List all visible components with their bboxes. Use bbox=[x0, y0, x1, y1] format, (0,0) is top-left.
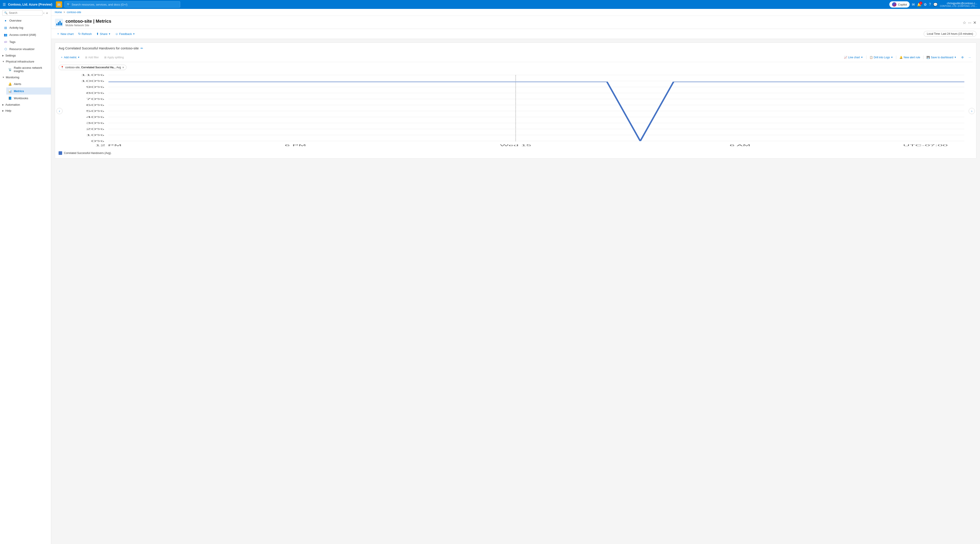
sidebar-collapse-button[interactable]: « bbox=[45, 10, 49, 16]
sidebar-group-help[interactable]: ▶ Help bbox=[0, 108, 51, 114]
sidebar-back-button[interactable]: ‹ bbox=[43, 10, 45, 16]
svg-text:Wed 15: Wed 15 bbox=[500, 144, 531, 147]
sidebar-item-resource-visualizer[interactable]: ⬡ Resource visualizer bbox=[0, 45, 51, 52]
sidebar-item-overview[interactable]: ● Overview bbox=[0, 17, 51, 24]
favorite-button[interactable]: ☆ bbox=[963, 20, 966, 25]
svg-rect-3 bbox=[59, 21, 60, 25]
time-range-button[interactable]: Local Time: Last 24 hours (15 minutes) bbox=[924, 31, 977, 37]
page-icon bbox=[55, 19, 63, 27]
page-header: contoso-site | Metrics Mobile Network Si… bbox=[51, 16, 980, 29]
hamburger-menu[interactable]: ☰ bbox=[3, 2, 6, 7]
toolbar-separator-2 bbox=[896, 56, 896, 59]
top-navigation: ☰ Contoso, Ltd. Azure (Preview) 🏢 🔍 Copi… bbox=[0, 0, 980, 9]
help-icon[interactable]: ? bbox=[929, 2, 931, 6]
close-button[interactable]: ✕ bbox=[973, 20, 977, 25]
sidebar-item-metrics[interactable]: 📊 Metrics bbox=[6, 87, 51, 95]
svg-text:70%: 70% bbox=[86, 98, 104, 100]
feedback-button[interactable]: ☺ Feedback ▼ bbox=[113, 31, 137, 37]
sidebar-item-label-alerts: Alerts bbox=[14, 82, 21, 86]
chart-svg-container: ‹ › bbox=[59, 73, 973, 149]
chart-toolbar: ＋ Add metric ▼ ⊞ Add filter ⊠ Apply spli… bbox=[59, 53, 973, 62]
copilot-button[interactable]: Copilot bbox=[889, 2, 909, 8]
metrics-icon: 📊 bbox=[8, 89, 12, 93]
user-name: chrisqpublic@contoso.c... bbox=[947, 2, 977, 5]
tags-icon: 🏷 bbox=[3, 40, 8, 44]
sidebar-item-access-control[interactable]: 👥 Access control (IAM) bbox=[0, 31, 51, 38]
sidebar-group-automation[interactable]: ▶ Automation bbox=[0, 102, 51, 108]
save-to-dashboard-button[interactable]: 💾 Save to dashboard ▼ bbox=[925, 55, 958, 60]
svg-text:0%: 0% bbox=[91, 140, 104, 143]
feedback-icon-toolbar: ☺ bbox=[115, 32, 118, 36]
global-search-input[interactable] bbox=[72, 3, 178, 6]
user-info[interactable]: chrisqpublic@contoso.c... CONTOSO, LTD. … bbox=[940, 2, 977, 7]
apply-splitting-button[interactable]: ⊠ Apply splitting bbox=[102, 55, 126, 60]
sidebar-item-label-iam: Access control (IAM) bbox=[10, 33, 36, 36]
metric-tag-remove-button[interactable]: × bbox=[122, 66, 124, 69]
logs-icon: 📋 bbox=[870, 56, 873, 59]
global-search-bar[interactable]: 🔍 bbox=[64, 2, 180, 8]
access-control-icon: 👥 bbox=[3, 33, 8, 37]
monitoring-subitems: 🔔 Alerts 📊 Metrics 📘 Workbooks bbox=[0, 80, 51, 102]
svg-text:110%: 110% bbox=[81, 74, 104, 76]
sidebar-group-physical[interactable]: ▼ Physical infrastructure bbox=[0, 59, 51, 65]
settings-chevron-icon: ▶ bbox=[2, 54, 4, 57]
feedback-icon[interactable]: 💬 bbox=[933, 2, 938, 7]
chart-settings-button[interactable]: ⚙ bbox=[959, 55, 966, 60]
save-dropdown-icon: ▼ bbox=[954, 56, 956, 59]
alert-rule-icon: 🔔 bbox=[899, 56, 903, 59]
sidebar-item-label-workbooks: Workbooks bbox=[14, 97, 28, 100]
svg-text:6 PM: 6 PM bbox=[285, 144, 306, 147]
sidebar-group-label-physical: Physical infrastructure bbox=[6, 60, 34, 63]
sidebar-search-input[interactable] bbox=[9, 11, 41, 14]
sidebar-item-tags[interactable]: 🏷 Tags bbox=[0, 38, 51, 45]
chart-legend: Correlated Successful Handovers (Avg). bbox=[59, 151, 973, 155]
save-icon: 💾 bbox=[926, 56, 930, 59]
svg-text:40%: 40% bbox=[86, 116, 104, 118]
sidebar-item-radio-access[interactable]: 📡 Radio access network insights bbox=[6, 65, 51, 74]
svg-rect-2 bbox=[58, 22, 59, 25]
chart-nav-left-button[interactable]: ‹ bbox=[56, 108, 63, 114]
line-chart-button[interactable]: 📈 Line chart ▼ bbox=[842, 55, 865, 60]
svg-text:30%: 30% bbox=[86, 122, 104, 124]
chart-more-button[interactable]: ··· bbox=[967, 55, 973, 60]
sidebar-search-row: 🔍 ‹ « bbox=[0, 9, 51, 17]
svg-rect-4 bbox=[61, 23, 62, 25]
svg-rect-1 bbox=[56, 24, 57, 25]
add-metric-button[interactable]: ＋ Add metric ▼ bbox=[59, 54, 81, 60]
mail-icon[interactable]: ✉ bbox=[912, 2, 915, 7]
share-button[interactable]: ⬆ Share ▼ bbox=[94, 31, 113, 37]
svg-text:10%: 10% bbox=[86, 134, 104, 136]
toolbar: ＋ New chart ↻ Refresh ⬆ Share ▼ ☺ Feedba… bbox=[51, 29, 980, 39]
breadcrumb-current[interactable]: contoso-site bbox=[67, 11, 81, 14]
drill-into-logs-button[interactable]: 📋 Drill into Logs ▼ bbox=[868, 55, 895, 60]
sidebar-group-monitoring[interactable]: ▼ Monitoring bbox=[0, 74, 51, 80]
logs-dropdown-icon: ▼ bbox=[891, 56, 893, 59]
breadcrumb-home[interactable]: Home bbox=[55, 11, 62, 14]
page-title-block: contoso-site | Metrics Mobile Network Si… bbox=[65, 19, 960, 27]
add-filter-button[interactable]: ⊞ Add filter bbox=[83, 55, 100, 60]
new-chart-button[interactable]: ＋ New chart bbox=[55, 31, 75, 37]
sidebar-item-label-overview: Overview bbox=[10, 19, 21, 22]
chart-nav-right-button[interactable]: › bbox=[969, 108, 975, 114]
copilot-logo-icon bbox=[892, 2, 896, 7]
new-alert-rule-button[interactable]: 🔔 New alert rule bbox=[897, 55, 922, 60]
settings-icon[interactable]: ⚙ bbox=[924, 2, 927, 7]
sidebar: 🔍 ‹ « ● Overview ▤ Activity log 👥 Access… bbox=[0, 9, 51, 544]
sidebar-item-label-metrics: Metrics bbox=[14, 89, 24, 93]
sidebar-item-label-tags: Tags bbox=[10, 40, 15, 44]
sidebar-item-alerts[interactable]: 🔔 Alerts bbox=[6, 80, 51, 87]
resource-visualizer-icon: ⬡ bbox=[3, 47, 8, 51]
chart-gear-icon: ⚙ bbox=[961, 56, 964, 59]
sidebar-item-workbooks[interactable]: 📘 Workbooks bbox=[6, 95, 51, 102]
refresh-button[interactable]: ↻ Refresh bbox=[76, 31, 94, 37]
notifications-icon[interactable]: 🔔 1 bbox=[917, 2, 921, 7]
chart-title-edit-button[interactable]: ✏ bbox=[140, 46, 143, 50]
sidebar-item-activity-log[interactable]: ▤ Activity log bbox=[0, 24, 51, 31]
monitoring-chevron-icon: ▼ bbox=[2, 76, 5, 79]
notification-badge: 1 bbox=[919, 2, 922, 5]
sidebar-search-box[interactable]: 🔍 bbox=[2, 10, 43, 16]
sidebar-group-settings[interactable]: ▶ Settings bbox=[0, 52, 51, 59]
share-dropdown-icon: ▼ bbox=[108, 33, 111, 35]
more-button[interactable]: ··· bbox=[968, 21, 971, 25]
page-header-actions: ☆ ··· ✕ bbox=[963, 20, 977, 25]
